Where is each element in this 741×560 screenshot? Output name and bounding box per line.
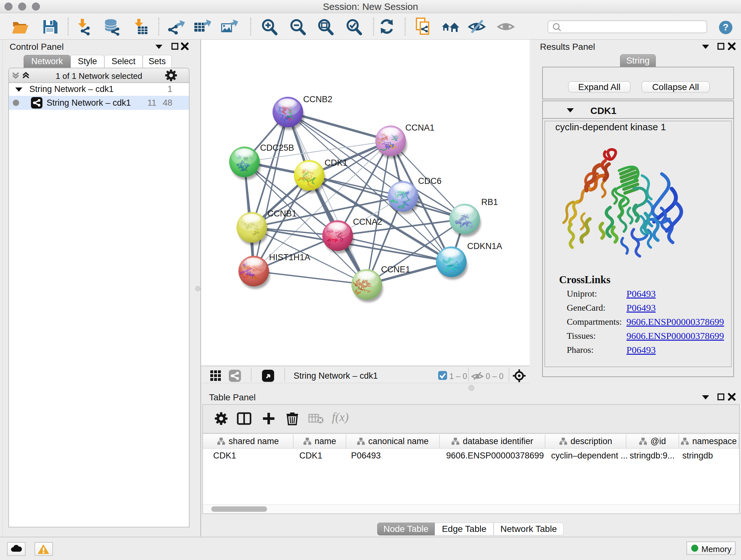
svg-text:CCNE1: CCNE1 [381,265,410,274]
svg-text:CDC25B: CDC25B [260,143,294,152]
svg-text:HIST1H1A: HIST1H1A [269,253,310,262]
svg-text:CDC6: CDC6 [418,176,442,186]
svg-text:CCNB2: CCNB2 [303,95,333,104]
svg-text:CDKN1A: CDKN1A [467,241,502,251]
svg-text:CDK1: CDK1 [325,158,347,168]
svg-text:CCNA1: CCNA1 [405,123,434,132]
svg-text:CCNA2: CCNA2 [353,217,382,227]
svg-text:RB1: RB1 [481,197,498,207]
svg-text:CCNB1: CCNB1 [267,209,297,219]
svg-text:?: ? [723,22,729,32]
